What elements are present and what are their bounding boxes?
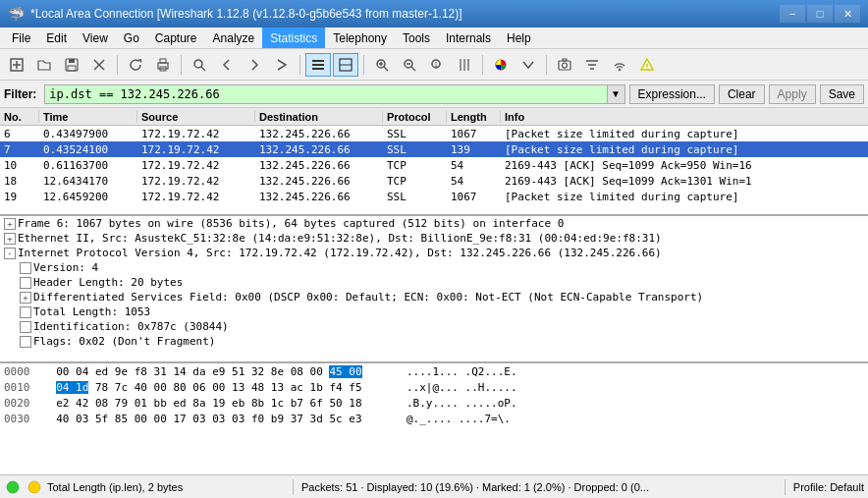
menu-internals[interactable]: Internals [438,28,499,48]
detail-row[interactable]: Total Length: 1053 [0,304,868,319]
filter-bar: Filter: ▼ Expression... Clear Apply Save [0,81,868,108]
menu-statistics[interactable]: Statistics [262,28,325,48]
detail-row[interactable]: Flags: 0x02 (Don't Fragment) [0,334,868,349]
cell-time: 0.61163700 [39,159,137,172]
menu-telephony[interactable]: Telephony [325,28,395,48]
detail-row[interactable]: Header Length: 20 bytes [0,275,868,290]
detail-expander[interactable]: + [20,292,31,304]
menu-go[interactable]: Go [116,28,147,48]
packet-list-header: No. Time Source Destination Protocol Len… [0,108,868,126]
detail-row[interactable]: - Internet Protocol Version 4, Src: 172.… [0,246,868,260]
menu-analyze[interactable]: Analyze [205,28,263,48]
filter-label: Filter: [4,87,36,101]
menu-view[interactable]: View [75,28,116,48]
print-btn[interactable] [150,53,176,77]
filter-dropdown-btn[interactable]: ▼ [608,84,625,104]
cell-info: [Packet size limited during capture] [501,191,868,203]
cell-time: 12.6459200 [39,191,137,203]
minimize-button[interactable]: − [780,5,805,23]
prev-btn[interactable] [214,53,240,77]
detail-text: Version: 4 [33,261,98,274]
status-icon-1 [4,478,22,496]
svg-point-11 [194,60,202,68]
detail-expander[interactable] [20,336,31,348]
title-bar: 🦈 *Local Area Connection [Wireshark 1.12… [0,0,868,28]
filter-exp-btn[interactable] [579,53,605,77]
packet-row[interactable]: 19 12.6459200 172.19.72.42 132.245.226.6… [0,189,868,204]
zoom-reset-btn[interactable]: 1 [424,53,450,77]
menu-help[interactable]: Help [499,28,539,48]
packet-row[interactable]: 18 12.6434170 172.19.72.42 132.245.226.6… [0,173,868,189]
packet-row[interactable]: 10 0.61163700 172.19.72.42 132.245.226.6… [0,157,868,173]
detail-row[interactable]: + Ethernet II, Src: AsustekC_51:32:8e (1… [0,231,868,246]
packet-row[interactable]: 7 0.43524100 172.19.72.42 132.245.226.66… [0,141,868,157]
open-btn[interactable] [31,53,57,77]
close-button[interactable]: ✕ [835,5,860,23]
menu-tools[interactable]: Tools [395,28,438,48]
reload-btn[interactable] [123,53,148,77]
maximize-button[interactable]: □ [807,5,833,23]
cell-len: 54 [447,175,501,188]
detail-expander[interactable]: + [4,233,16,245]
svg-line-12 [201,67,205,71]
status-icon-2 [26,478,43,496]
hex-bytes: e2 42 08 79 01 bb ed 8a 19 eb 8b 1c b7 6… [43,397,407,410]
save-filter-button[interactable]: Save [820,84,864,104]
svg-point-37 [619,68,621,70]
resize-col-btn[interactable] [452,53,477,77]
cell-dst: 132.245.226.66 [255,143,383,156]
col-header-len: Length [447,111,501,123]
cell-dst: 132.245.226.66 [255,191,383,203]
detail-expander[interactable] [20,262,31,274]
cell-dst: 132.245.226.66 [255,159,383,172]
menu-file[interactable]: File [4,28,38,48]
save-btn[interactable] [59,53,84,77]
cell-dst: 132.245.226.66 [255,128,383,140]
expert-info-btn[interactable] [634,53,660,77]
detail-expander[interactable] [20,321,31,333]
detail-row[interactable]: Identification: 0x787c (30844) [0,319,868,334]
auto-scroll-btn[interactable] [515,53,541,77]
new-capture-btn[interactable] [4,53,29,77]
next-btn[interactable] [242,53,267,77]
detail-row[interactable]: + Frame 6: 1067 bytes on wire (8536 bits… [0,216,868,231]
close-file-btn[interactable] [86,53,112,77]
wireless-btn[interactable] [607,53,632,77]
detail-expander[interactable] [20,277,31,289]
detail-expander[interactable]: - [4,248,16,259]
jump-btn[interactable] [269,53,295,77]
packet-row[interactable]: 6 0.43497900 172.19.72.42 132.245.226.66… [0,126,868,141]
cell-src: 172.19.72.42 [137,143,255,156]
status-packets-text: Packets: 51 · Displayed: 10 (19.6%) · Ma… [301,481,777,493]
detail-expander[interactable]: + [4,218,16,230]
detail-text: Flags: 0x02 (Don't Fragment) [33,335,215,348]
zoom-out-btn[interactable] [397,53,422,77]
detail-expander[interactable] [20,306,31,318]
list-view-btn[interactable] [305,53,331,77]
detail-row[interactable]: Version: 4 [0,260,868,275]
hex-row: 0020 e2 42 08 79 01 bb ed 8a 19 eb 8b 1c… [0,395,868,411]
zoom-in-btn[interactable] [369,53,395,77]
expression-button[interactable]: Expression... [629,84,715,104]
cell-no: 10 [0,159,39,172]
menu-capture[interactable]: Capture [147,28,205,48]
search-btn[interactable] [187,53,212,77]
detail-view-btn[interactable] [333,53,358,77]
filter-input[interactable] [44,84,607,104]
col-header-info: Info [501,111,868,123]
cell-src: 172.19.72.42 [137,159,255,172]
screenshot-btn[interactable] [552,53,577,77]
hex-row: 0010 04 1d 78 7c 40 00 80 06 00 13 48 13… [0,379,868,395]
clear-button[interactable]: Clear [719,84,765,104]
status-profile-text: Profile: Default [793,481,864,493]
cell-no: 6 [0,128,39,140]
hex-bytes: 40 03 5f 85 00 00 17 03 03 03 f0 b9 37 3… [43,413,407,425]
toolbar-separator-3 [299,55,300,75]
cell-info: [Packet size limited during capture] [501,143,868,156]
detail-text: Identification: 0x787c (30844) [33,320,229,333]
apply-button[interactable]: Apply [769,84,816,104]
status-divider-2 [785,479,786,495]
detail-row[interactable]: + Differentiated Services Field: 0x00 (D… [0,290,868,304]
menu-edit[interactable]: Edit [38,28,75,48]
color-btn[interactable] [488,53,514,77]
